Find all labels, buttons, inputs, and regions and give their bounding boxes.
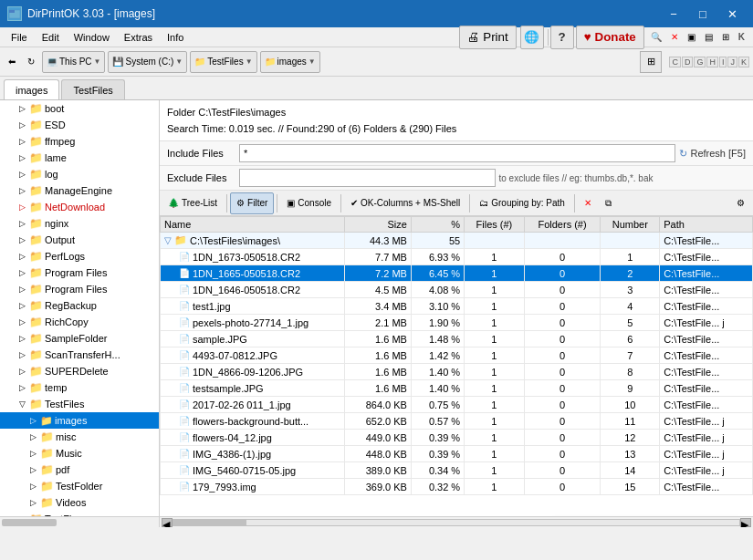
settings-btn[interactable]: ⚙ bbox=[730, 192, 751, 214]
addr-images[interactable]: 📁 images ▼ bbox=[260, 51, 320, 73]
tree-toggle[interactable]: ▷ bbox=[16, 170, 27, 179]
table-row[interactable]: 📄 4493-07-0812.JPG 1.6 MB 1.42 % 1 0 7 C… bbox=[161, 347, 753, 364]
tree-item-music[interactable]: ▷ 📁 Music bbox=[0, 445, 159, 461]
table-row-selected[interactable]: 📄 1DN_1665-050518.CR2 7.2 MB 6.45 % 1 0 … bbox=[161, 265, 753, 282]
table-row[interactable]: 📄 IMG_4386-(1).jpg 448.0 KB 0.39 % 1 0 1… bbox=[161, 446, 753, 462]
donate-button[interactable]: ♥ Donate bbox=[576, 26, 644, 49]
toolbar-btn-1[interactable]: ▣ bbox=[683, 25, 700, 50]
tree-item-misc[interactable]: ▷ 📁 misc bbox=[0, 429, 159, 445]
search-icon-btn[interactable]: 🔍 bbox=[646, 25, 666, 50]
tree-toggle[interactable]: ▷ bbox=[16, 301, 27, 310]
tree-toggle[interactable]: ▷ bbox=[27, 449, 38, 458]
tree-toggle[interactable]: ▷ bbox=[16, 104, 27, 113]
tree-item-perflogs[interactable]: ▷ 📁 PerfLogs bbox=[0, 248, 159, 264]
table-row[interactable]: 📄 flowers-background-butt... 652.0 KB 0.… bbox=[161, 413, 753, 430]
menu-info[interactable]: Info bbox=[160, 27, 191, 47]
help-button[interactable]: ? bbox=[550, 26, 574, 49]
grouping-button[interactable]: 🗂 Grouping by: Path bbox=[473, 192, 571, 214]
table-row[interactable]: 📄 2017-02-26 011_1.jpg 864.0 KB 0.75 % 1… bbox=[161, 397, 753, 413]
include-input[interactable] bbox=[239, 144, 675, 162]
tree-toggle[interactable]: ▷ bbox=[16, 120, 27, 130]
tree-item-superdelete[interactable]: ▷ 📁 SUPERDelete bbox=[0, 363, 159, 379]
tree-toggle[interactable]: ▷ bbox=[16, 235, 27, 244]
tab-images[interactable]: images bbox=[4, 79, 59, 99]
globe-button[interactable]: 🌐 bbox=[520, 26, 544, 49]
tree-item-nginx[interactable]: ▷ 📁 nginx bbox=[0, 215, 159, 232]
tree-item-images[interactable]: ▷ 📁 images bbox=[0, 412, 159, 429]
tree-item-scantransfer[interactable]: ▷ 📁 ScanTransferH... bbox=[0, 347, 159, 363]
tree-item-regbackup[interactable]: ▷ 📁 RegBackup bbox=[0, 297, 159, 314]
tree-item-programfiles1[interactable]: ▷ 📁 Program Files bbox=[0, 264, 159, 281]
tree-hscroll[interactable] bbox=[0, 516, 159, 527]
tree-item-output[interactable]: ▷ 📁 Output bbox=[0, 232, 159, 248]
addr-testfiles[interactable]: 📁 TestFiles ▼ bbox=[190, 51, 256, 73]
tree-item-pdf[interactable]: ▷ 📁 pdf bbox=[0, 461, 159, 478]
menu-file[interactable]: File bbox=[4, 27, 35, 47]
filter-button[interactable]: ⚙ Filter bbox=[230, 192, 274, 214]
tree-item-lame[interactable]: ▷ 📁 lame bbox=[0, 150, 159, 166]
tree-toggle[interactable]: ▷ bbox=[16, 285, 27, 294]
col-number[interactable]: Number bbox=[601, 217, 660, 233]
tree-toggle[interactable]: ▷ bbox=[16, 186, 27, 195]
tree-toggle[interactable]: ▷ bbox=[16, 317, 27, 327]
tab-testfiles[interactable]: TestFiles bbox=[61, 79, 124, 99]
tree-toggle[interactable]: ▷ bbox=[27, 482, 38, 491]
print-button[interactable]: 🖨 Print bbox=[459, 26, 516, 49]
table-row[interactable]: 📄 sample.JPG 1.6 MB 1.48 % 1 0 6 C:\Test… bbox=[161, 331, 753, 347]
tree-item-ffmpeg[interactable]: ▷ 📁 ffmpeg bbox=[0, 133, 159, 150]
col-pct[interactable]: % bbox=[411, 217, 464, 233]
tree-item-programfiles2[interactable]: ▷ 📁 Program Files bbox=[0, 281, 159, 297]
toolbar-btn-2[interactable]: ▤ bbox=[700, 25, 717, 50]
tree-item-samplefolder[interactable]: ▷ 📁 SampleFolder bbox=[0, 330, 159, 347]
table-row[interactable]: 📄 1DN_1673-050518.CR2 7.7 MB 6.93 % 1 0 … bbox=[161, 249, 753, 265]
tree-item-boot[interactable]: ▷ 📁 boot bbox=[0, 100, 159, 117]
menu-extras[interactable]: Extras bbox=[117, 27, 160, 47]
refresh-small-button[interactable]: ↻ bbox=[23, 49, 39, 75]
tree-list-button[interactable]: 🌲 Tree-List bbox=[162, 192, 224, 214]
tree-toggle[interactable]: ▷ bbox=[16, 219, 27, 228]
table-row[interactable]: ▽ 📁 C:\TestFiles\images\ 44.3 MB 55 C:\T… bbox=[161, 233, 753, 249]
tree-toggle[interactable]: ▷ bbox=[27, 416, 38, 425]
table-row[interactable]: 📄 pexels-photo-27714_1.jpg 2.1 MB 1.90 %… bbox=[161, 315, 753, 331]
tree-toggle[interactable]: ▷ bbox=[16, 367, 27, 376]
tree-toggle[interactable]: ▷ bbox=[16, 383, 27, 392]
tree-toggle[interactable]: ▷ bbox=[16, 268, 27, 277]
refresh-button[interactable]: ↻ Refresh [F5] bbox=[679, 148, 746, 160]
table-row[interactable]: 📄 flowers-04_12.jpg 449.0 KB 0.39 % 1 0 … bbox=[161, 430, 753, 446]
back-button[interactable]: ⬅ bbox=[4, 49, 20, 75]
scroll-left-btn[interactable]: ◀ bbox=[162, 518, 173, 527]
tree-toggle[interactable]: ▷ bbox=[27, 465, 38, 474]
table-row[interactable]: 📄 test1.jpg 3.4 MB 3.10 % 1 0 4 C:\TestF… bbox=[161, 298, 753, 315]
tree-item-testfiles[interactable]: ▽ 📁 TestFiles bbox=[0, 396, 159, 412]
exclude-input[interactable] bbox=[239, 169, 496, 187]
tree-toggle[interactable]: ▷ bbox=[16, 350, 27, 359]
table-hscroll[interactable]: ◀ ▶ bbox=[160, 516, 753, 527]
tree-item-richcopy[interactable]: ▷ 📁 RichCopy bbox=[0, 314, 159, 330]
tree-item-testfolder[interactable]: ▷ 📁 TestFolder bbox=[0, 478, 159, 494]
copy-btn[interactable]: ⧉ bbox=[599, 192, 618, 214]
minimize-button[interactable]: − bbox=[660, 5, 687, 23]
table-row[interactable]: 📄 IMG_5460-0715-05.jpg 389.0 KB 0.34 % 1… bbox=[161, 462, 753, 479]
tree-item-esd[interactable]: ▷ 📁 ESD bbox=[0, 117, 159, 133]
col-folders[interactable]: Folders (#) bbox=[524, 217, 601, 233]
menu-edit[interactable]: Edit bbox=[35, 27, 67, 47]
table-row[interactable]: 📄 1DN_4866-09-1206.JPG 1.6 MB 1.40 % 1 0… bbox=[161, 364, 753, 380]
tree-toggle[interactable]: ▷ bbox=[16, 334, 27, 343]
tree-toggle[interactable]: ▷ bbox=[27, 498, 38, 507]
table-row[interactable]: 📄 1DN_1646-050518.CR2 4.5 MB 4.08 % 1 0 … bbox=[161, 282, 753, 298]
tree-scroll[interactable]: ▷ 📁 boot ▷ 📁 ESD ▷ 📁 ffmpeg ▷ 📁 lame bbox=[0, 100, 159, 516]
col-files[interactable]: Files (#) bbox=[465, 217, 525, 233]
close-button[interactable]: ✕ bbox=[718, 5, 746, 23]
col-path[interactable]: Path bbox=[660, 217, 753, 233]
maximize-button[interactable]: □ bbox=[689, 5, 716, 23]
tree-toggle[interactable]: ▷ bbox=[16, 252, 27, 261]
col-name[interactable]: Name bbox=[161, 217, 345, 233]
table-area[interactable]: Name Size % Files (#) Folders (#) Number… bbox=[160, 216, 753, 516]
addr-system[interactable]: 💾 System (C:) ▼ bbox=[108, 51, 187, 73]
tree-toggle-testfiles[interactable]: ▽ bbox=[16, 399, 27, 409]
tree-toggle[interactable]: ▷ bbox=[16, 137, 27, 146]
tree-item-temp[interactable]: ▷ 📁 temp bbox=[0, 379, 159, 396]
tree-toggle[interactable]: ▷ bbox=[16, 202, 27, 212]
tree-item-netdownload[interactable]: ▷ 📁 NetDownload bbox=[0, 199, 159, 215]
tree-toggle[interactable]: ▷ bbox=[27, 432, 38, 441]
